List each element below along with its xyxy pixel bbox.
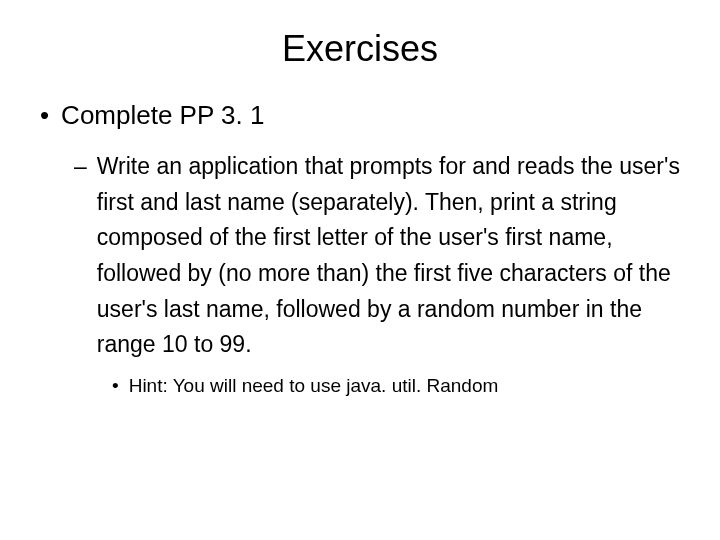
bullet-marker-dot-small: • <box>112 375 119 397</box>
slide: Exercises • Complete PP 3. 1 – Write an … <box>0 0 720 540</box>
bullet-l2-text: Write an application that prompts for an… <box>97 149 687 363</box>
bullet-l1-text: Complete PP 3. 1 <box>61 100 264 131</box>
bullet-level-1: • Complete PP 3. 1 <box>40 100 688 131</box>
bullet-marker-dot: • <box>40 100 49 131</box>
bullet-marker-dash: – <box>74 149 87 363</box>
slide-title: Exercises <box>32 28 688 70</box>
bullet-level-2: – Write an application that prompts for … <box>74 149 688 363</box>
bullet-l3-text: Hint: You will need to use java. util. R… <box>129 375 499 397</box>
bullet-level-3: • Hint: You will need to use java. util.… <box>112 375 688 397</box>
